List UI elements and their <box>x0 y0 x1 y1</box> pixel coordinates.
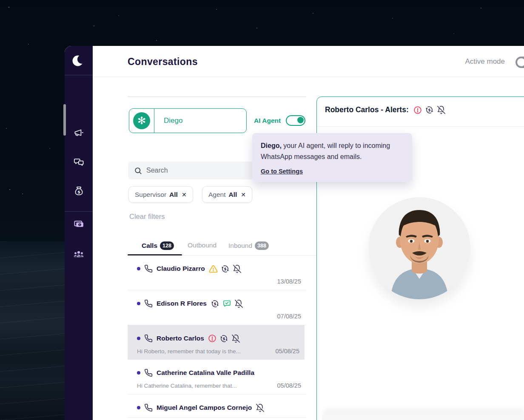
conversation-date: 05/08/25 <box>276 348 299 355</box>
status-icons: $ <box>208 334 240 343</box>
conversation-date: 07/08/25 <box>277 313 301 320</box>
contact-name: Catherine Catalina Valle Padilla <box>157 369 254 377</box>
conversation-list-item[interactable]: Edison R Flores $ 07/08/25 <box>128 290 306 325</box>
phone-icon <box>144 264 153 273</box>
contact-name: Edison R Flores <box>157 300 207 307</box>
sidebar-item-payments[interactable] <box>65 214 93 233</box>
active-mode-toggle[interactable] <box>515 57 524 68</box>
team-icon <box>73 248 85 260</box>
main-content: Conversations Active mode ✻ Diego AI Age… <box>93 46 524 420</box>
conversation-date: 13/08/25 <box>277 278 301 285</box>
bell-off-icon <box>231 334 240 343</box>
toggle-knob <box>517 58 524 66</box>
chip-label: Supervisor <box>135 191 166 199</box>
go-to-settings-link[interactable]: Go to Settings <box>261 168 303 175</box>
money-bag-icon: $ <box>73 186 85 197</box>
bell-off-icon <box>233 264 242 273</box>
ai-agent-toggle[interactable] <box>286 115 305 126</box>
contact-name: Miguel Angel Campos Cornejo <box>157 404 252 411</box>
phone-icon <box>144 403 153 412</box>
search-icon <box>134 167 142 175</box>
page-title: Conversations <box>128 56 198 68</box>
status-icons <box>256 403 265 412</box>
svg-text:$: $ <box>222 336 225 341</box>
detail-header-divider <box>317 126 524 127</box>
phone-icon <box>144 369 153 377</box>
bell-off-icon <box>256 403 265 412</box>
sidebar-divider <box>65 211 93 212</box>
bell-off-icon <box>437 105 446 114</box>
detail-alert-icons: $ <box>413 105 446 114</box>
tab-inbound[interactable]: Inbound 388 <box>228 241 269 250</box>
remove-filter-icon[interactable]: ✕ <box>241 191 246 198</box>
svg-text:$: $ <box>428 108 430 112</box>
sidebar-item-conversations[interactable] <box>65 153 93 171</box>
money-sync-icon: $ <box>219 334 228 343</box>
list-top-divider <box>128 96 306 97</box>
remove-filter-icon[interactable]: ✕ <box>182 191 187 198</box>
ocean-decoration <box>0 241 65 420</box>
conversation-list: Claudio Pizarro $ 13/08/25 Edison R Flor… <box>128 255 306 420</box>
conversation-date: 05/08/25 <box>277 382 301 389</box>
header-divider <box>93 77 524 77</box>
moon-logo-icon <box>71 54 86 68</box>
conversation-list-item[interactable]: Catherine Catalina Valle Padilla Hi Cath… <box>128 360 306 394</box>
active-mode-label: Active mode <box>465 57 505 66</box>
search-input[interactable] <box>146 167 240 174</box>
warning-triangle-icon <box>209 264 218 273</box>
contact-name: Claudio Pizarro <box>157 265 205 272</box>
phone-icon <box>144 299 153 308</box>
sidebar-item-campaigns[interactable] <box>65 123 93 142</box>
clear-filters-link[interactable]: Clear filters <box>129 213 165 221</box>
money-sync-icon: $ <box>211 299 219 308</box>
openai-logo-icon: ✻ <box>133 112 150 129</box>
window-edge-scrollbar[interactable] <box>63 104 66 136</box>
filter-chip-supervisor[interactable]: Supervisor All ✕ <box>128 186 193 203</box>
tab-label: Calls <box>142 242 157 250</box>
unread-dot-icon <box>137 337 140 340</box>
message-composer-area[interactable] <box>322 412 524 420</box>
chat-check-icon <box>222 299 231 308</box>
svg-text:$: $ <box>77 190 80 194</box>
tooltip-text: Diego, your AI agent, will reply to inco… <box>261 140 404 162</box>
message-preview: Hi Catherine Catalina, remember that... <box>137 383 277 389</box>
unread-dot-icon <box>137 302 140 305</box>
ai-agent-tooltip: Diego, your AI agent, will reply to inco… <box>252 133 412 182</box>
unread-dot-icon <box>137 267 140 270</box>
screen: $ <box>0 0 524 420</box>
chip-value: All <box>229 191 237 199</box>
status-icons: $ <box>209 264 242 273</box>
chip-value: All <box>169 191 178 199</box>
agent-logo-cell: ✻ <box>129 109 154 133</box>
unread-dot-icon <box>137 406 140 409</box>
tab-count-badge: 388 <box>255 241 269 250</box>
money-sync-icon: $ <box>425 105 434 114</box>
contact-name: Roberto Carlos <box>157 335 204 342</box>
sidebar-item-team[interactable] <box>65 245 93 264</box>
conversation-list-item[interactable]: Claudio Pizarro $ 13/08/25 <box>128 255 306 290</box>
sidebar-item-collections[interactable]: $ <box>65 182 93 201</box>
chat-bubbles-icon <box>73 156 85 168</box>
status-icons: $ <box>211 299 243 308</box>
sidebar: $ <box>65 46 93 420</box>
tab-calls[interactable]: Calls 128 <box>142 241 174 250</box>
tab-label: Outbound <box>188 241 216 249</box>
message-preview: Hi Roberto, remember that today is the..… <box>137 348 276 355</box>
detail-title: Roberto Carlos - Alerts: <box>325 105 409 114</box>
alert-circle-icon <box>208 334 216 343</box>
agent-name: Diego <box>154 109 246 133</box>
phone-icon <box>144 334 153 343</box>
filter-chip-agent[interactable]: Agent All ✕ <box>202 186 252 203</box>
conversation-list-item[interactable]: Miguel Angel Campos Cornejo <box>128 394 306 418</box>
conversation-list-item[interactable]: Roberto Carlos $ Hi Roberto, remember th… <box>128 325 305 360</box>
conversation-tabs: Calls 128 Outbound Inbound 388 <box>128 241 306 255</box>
tab-outbound[interactable]: Outbound <box>188 241 216 249</box>
bell-off-icon <box>234 299 243 308</box>
ai-agent-toggle-label: AI Agent <box>254 117 281 125</box>
stars-decoration <box>9 7 9 8</box>
money-sync-icon: $ <box>221 264 230 273</box>
sidebar-divider <box>65 75 93 75</box>
ai-agent-card[interactable]: ✻ Diego <box>129 108 247 133</box>
tab-count-badge: 128 <box>160 241 174 250</box>
toggle-knob <box>297 117 304 123</box>
